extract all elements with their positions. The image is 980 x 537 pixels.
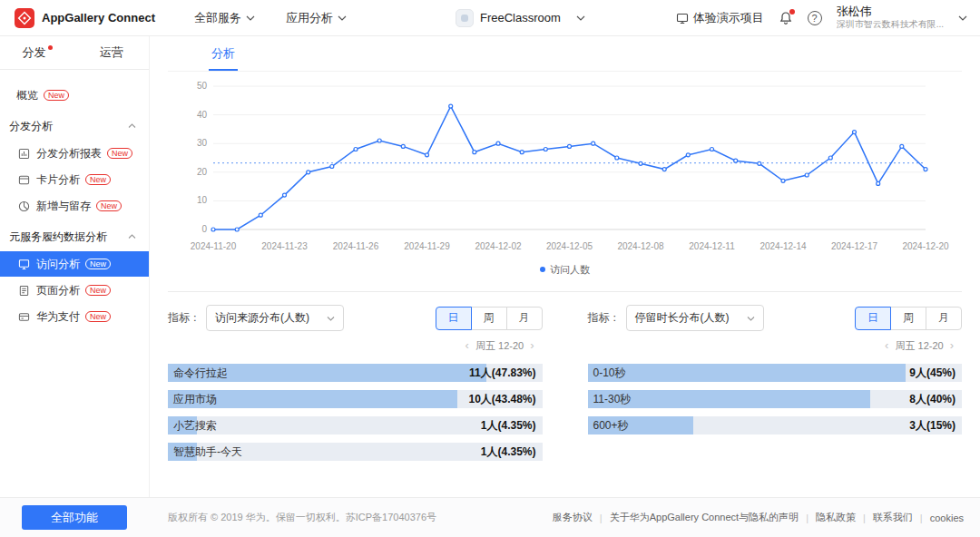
copyright-text: 版权所有 © 2019 华为。保留一切权利。苏ICP备17040376号 [168, 511, 436, 524]
sidebar-item-label: 页面分析 [36, 283, 80, 298]
svg-text:10: 10 [197, 195, 208, 205]
svg-text:2024-12-02: 2024-12-02 [475, 241, 522, 251]
period-week[interactable]: 周 [471, 307, 507, 330]
svg-text:40: 40 [197, 110, 208, 120]
sidebar: 分发运营 概览New分发分析分发分析报表New卡片分析New新增与留存New元服… [0, 36, 150, 497]
sidebar-item-new-and-retention[interactable]: 新增与留存New [0, 193, 149, 219]
bar-label: 0-10秒 [593, 364, 626, 382]
svg-text:2024-11-20: 2024-11-20 [191, 241, 237, 251]
svg-text:50: 50 [197, 81, 208, 91]
user-org: 深圳市智云数科技术有限... [837, 19, 944, 30]
svg-text:2024-12-08: 2024-12-08 [617, 241, 664, 251]
section-title: 元服务履约数据分析 [9, 229, 107, 245]
sidebar-tab-distribution[interactable]: 分发 [0, 36, 74, 69]
select-value: 停留时长分布(人数) [635, 310, 730, 326]
svg-text:2024-11-26: 2024-11-26 [333, 241, 379, 251]
bar-value: 1人(4.35%) [481, 416, 536, 434]
visit-source-select[interactable]: 访问来源分布(人数) [206, 305, 344, 331]
period-toggle: 日周月 [436, 307, 543, 330]
next-date-arrow[interactable]: › [944, 338, 960, 352]
period-month[interactable]: 月 [926, 307, 962, 330]
svg-text:2024-12-17: 2024-12-17 [831, 241, 878, 251]
svg-text:0: 0 [201, 224, 207, 234]
sidebar-item-distribution-report[interactable]: 分发分析报表New [0, 141, 149, 166]
bar-row: 小艺搜索1人(4.35%) [168, 416, 543, 434]
help-icon[interactable]: ? [808, 11, 822, 25]
sidebar-section-distribution-analysis[interactable]: 分发分析 [0, 112, 149, 141]
svg-text:20: 20 [197, 167, 208, 177]
red-dot [48, 45, 53, 50]
user-chevron-icon[interactable] [958, 15, 967, 21]
notification-bell-icon[interactable] [779, 11, 793, 25]
footer-link[interactable]: 关于华为AppGallery Connect与隐私的声明 [610, 511, 799, 524]
svg-text:2024-12-11: 2024-12-11 [689, 241, 735, 251]
sidebar-item-visit-analysis[interactable]: 访问分析New [0, 251, 149, 277]
bar-label: 命令行拉起 [173, 364, 228, 382]
all-features-button[interactable]: 全部功能 [22, 505, 127, 530]
sidebar-item-overview[interactable]: 概览New [0, 83, 149, 108]
new-badge: New [96, 200, 122, 211]
visit-line-chart: 010203040502024-11-202024-11-232024-11-2… [168, 77, 962, 259]
metric-label: 指标： [168, 310, 201, 326]
sidebar-menu: 概览New分发分析分发分析报表New卡片分析New新增与留存New元服务履约数据… [0, 70, 149, 329]
page-footer: 全部功能 版权所有 © 2019 华为。保留一切权利。苏ICP备17040376… [0, 497, 980, 537]
footer-link[interactable]: 隐私政策 [816, 511, 856, 524]
stay-duration-select[interactable]: 停留时长分布(人数) [626, 305, 764, 331]
chevron-down-icon [576, 15, 585, 21]
app-icon [456, 9, 474, 27]
select-value: 访问来源分布(人数) [215, 310, 309, 326]
next-date-arrow[interactable]: › [524, 338, 540, 352]
nav-app-analysis[interactable]: 应用分析 [286, 10, 347, 26]
demo-project-button[interactable]: 体验演示项目 [676, 10, 764, 26]
bar-fill [588, 364, 906, 382]
stay-duration-panel: 指标：停留时长分布(人数)日周月‹周五 12-20›0-10秒9人(45%)11… [588, 305, 963, 469]
bar-label: 11-30秒 [593, 390, 632, 408]
new-badge: New [85, 259, 111, 269]
chevron-down-icon [747, 316, 755, 321]
sidebar-item-huawei-pay[interactable]: 华为支付New [0, 304, 149, 329]
bar-value: 11人(47.83%) [469, 364, 535, 382]
link-separator: | [856, 513, 873, 523]
bar-value: 3人(15%) [909, 416, 956, 434]
sidebar-item-page-analysis[interactable]: 页面分析New [0, 278, 149, 303]
nav-all-services[interactable]: 全部服务 [194, 10, 255, 26]
metric-panels: 指标：访问来源分布(人数)日周月‹周五 12-20›命令行拉起11人(47.83… [168, 305, 962, 469]
main-content: 分析 010203040502024-11-202024-11-232024-1… [150, 36, 980, 497]
visit-source-panel: 指标：访问来源分布(人数)日周月‹周五 12-20›命令行拉起11人(47.83… [168, 305, 543, 469]
bar-label: 应用市场 [173, 390, 217, 408]
section-title: 分发分析 [9, 119, 53, 134]
prev-date-arrow[interactable]: ‹ [878, 338, 895, 352]
date-navigator: ‹周五 12-20› [588, 338, 961, 353]
metric-label: 指标： [588, 310, 621, 326]
visit-chart-section: 010203040502024-11-202024-11-232024-11-2… [168, 77, 962, 277]
page-icon [18, 285, 31, 297]
bar-row: 600+秒3人(15%) [588, 416, 963, 434]
period-day[interactable]: 日 [855, 307, 891, 330]
bar-value: 10人(43.48%) [468, 390, 535, 408]
period-week[interactable]: 周 [890, 307, 926, 330]
period-month[interactable]: 月 [506, 307, 543, 330]
footer-link[interactable]: 服务协议 [553, 511, 593, 524]
period-day[interactable]: 日 [436, 307, 472, 330]
app-selector[interactable]: FreeClassroom [456, 9, 585, 27]
link-separator: | [799, 513, 816, 523]
appgallery-logo-icon [15, 8, 34, 28]
sidebar-section-meta-service-data[interactable]: 元服务履约数据分析 [0, 222, 149, 251]
report-icon [18, 148, 31, 160]
bar-value: 9人(45%) [909, 364, 956, 382]
svg-text:2024-12-05: 2024-12-05 [546, 241, 593, 251]
bar-row: 11-30秒8人(40%) [588, 390, 963, 408]
tab-analysis[interactable]: 分析 [209, 45, 238, 71]
footer-link[interactable]: cookies [930, 513, 964, 523]
section-divider [168, 291, 962, 292]
sidebar-item-card-analysis[interactable]: 卡片分析New [0, 167, 149, 192]
new-badge: New [85, 285, 111, 296]
footer-link[interactable]: 联系我们 [873, 511, 913, 524]
new-badge: New [107, 148, 132, 159]
prev-date-arrow[interactable]: ‹ [459, 338, 475, 352]
user-menu[interactable]: 张松伟 深圳市智云数科技术有限... [837, 5, 944, 29]
top-header: AppGallery Connect 全部服务应用分析 FreeClassroo… [0, 0, 980, 36]
svg-text:2024-12-20: 2024-12-20 [902, 241, 949, 251]
svg-text:30: 30 [197, 138, 208, 148]
sidebar-tab-operation[interactable]: 运营 [74, 36, 149, 69]
